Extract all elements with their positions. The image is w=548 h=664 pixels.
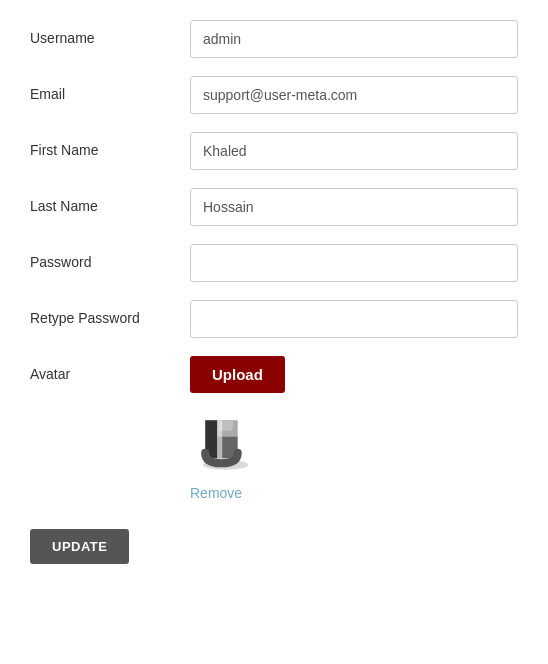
remove-link[interactable]: Remove: [190, 485, 242, 501]
firstname-label: First Name: [30, 132, 190, 158]
avatar-content: Upload Remove: [190, 356, 285, 501]
avatar-row: Avatar Upload Remove: [30, 356, 518, 501]
email-input[interactable]: [190, 76, 518, 114]
email-field-container: [190, 76, 518, 114]
username-label: Username: [30, 20, 190, 46]
retype-password-label: Retype Password: [30, 300, 190, 326]
avatar-icon: [193, 408, 258, 473]
firstname-field-container: [190, 132, 518, 170]
update-button[interactable]: UPDATE: [30, 529, 129, 564]
password-label: Password: [30, 244, 190, 270]
email-label: Email: [30, 76, 190, 102]
password-row: Password: [30, 244, 518, 282]
lastname-input[interactable]: [190, 188, 518, 226]
avatar-image: [190, 405, 260, 475]
username-row: Username: [30, 20, 518, 58]
email-row: Email: [30, 76, 518, 114]
lastname-field-container: [190, 188, 518, 226]
password-field-container: [190, 244, 518, 282]
update-row: UPDATE: [30, 519, 518, 564]
password-input[interactable]: [190, 244, 518, 282]
svg-marker-5: [219, 421, 234, 431]
avatar-label: Avatar: [30, 356, 190, 382]
upload-button[interactable]: Upload: [190, 356, 285, 393]
firstname-input[interactable]: [190, 132, 518, 170]
retype-password-field-container: [190, 300, 518, 338]
username-input[interactable]: [190, 20, 518, 58]
username-field: [190, 20, 518, 58]
firstname-row: First Name: [30, 132, 518, 170]
lastname-row: Last Name: [30, 188, 518, 226]
retype-password-row: Retype Password: [30, 300, 518, 338]
lastname-label: Last Name: [30, 188, 190, 214]
retype-password-input[interactable]: [190, 300, 518, 338]
